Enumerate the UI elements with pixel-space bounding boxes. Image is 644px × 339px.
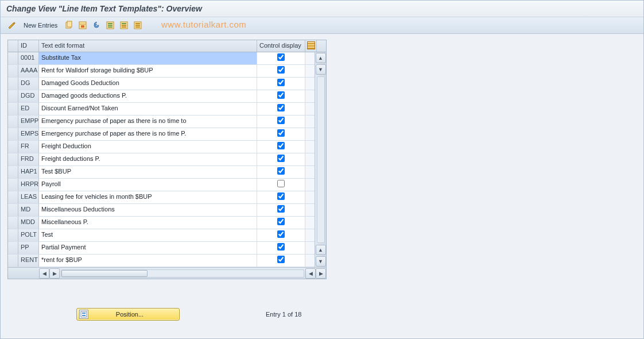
- cell-text-format[interactable]: Freight Deduction: [39, 141, 257, 153]
- cell-id[interactable]: DG: [18, 78, 39, 90]
- header-configure-icon[interactable]: [305, 40, 317, 52]
- cell-text-format[interactable]: Substitute Tax: [39, 52, 257, 64]
- row-selector[interactable]: [8, 166, 18, 178]
- cell-id[interactable]: EMPS: [18, 128, 39, 140]
- header-id[interactable]: ID: [18, 40, 39, 52]
- svg-rect-18: [82, 315, 86, 316]
- cell-text-format[interactable]: Emergency purchase of paper as there is …: [39, 128, 257, 140]
- control-display-checkbox[interactable]: [277, 79, 285, 86]
- toggle-icon[interactable]: [6, 20, 18, 31]
- vscroll-track[interactable]: [317, 76, 325, 243]
- scroll-down-icon[interactable]: ▼: [316, 256, 326, 267]
- select-all-icon[interactable]: [104, 20, 116, 31]
- cell-id[interactable]: PP: [18, 242, 39, 254]
- scroll-left-step-icon[interactable]: ◀: [305, 268, 316, 279]
- control-display-checkbox[interactable]: [277, 142, 285, 149]
- cell-text-format[interactable]: Test $BUP: [39, 166, 257, 178]
- position-button[interactable]: Position...: [76, 308, 180, 321]
- control-display-checkbox[interactable]: [277, 53, 285, 61]
- row-selector[interactable]: [8, 90, 18, 102]
- scroll-up-icon[interactable]: ▲: [316, 53, 326, 63]
- header-select-all[interactable]: [8, 40, 18, 52]
- undo-icon[interactable]: [91, 20, 102, 31]
- control-display-checkbox[interactable]: [277, 155, 285, 162]
- control-display-checkbox[interactable]: [277, 218, 285, 225]
- header-control-display[interactable]: Control display: [257, 40, 305, 52]
- control-display-checkbox[interactable]: [277, 117, 285, 124]
- row-selector[interactable]: [8, 103, 18, 115]
- row-selector[interactable]: [8, 242, 18, 254]
- cell-id[interactable]: EMPP: [18, 115, 39, 128]
- row-selector[interactable]: [8, 204, 18, 216]
- row-selector[interactable]: [8, 191, 18, 203]
- cell-id[interactable]: 0001: [18, 52, 39, 64]
- control-display-checkbox[interactable]: [277, 66, 285, 74]
- cell-id[interactable]: AAAA: [18, 65, 39, 77]
- cell-text-format[interactable]: Miscellaneous Deductions: [39, 204, 257, 216]
- cell-text-format[interactable]: Damaged goods deductions P.: [39, 90, 257, 102]
- cell-text-format[interactable]: *rent for $BUP: [39, 255, 257, 267]
- cell-id[interactable]: ED: [18, 103, 39, 115]
- delete-icon[interactable]: [77, 20, 88, 31]
- deselect-all-icon[interactable]: [132, 20, 143, 31]
- control-display-checkbox[interactable]: [277, 230, 285, 238]
- control-display-checkbox[interactable]: [277, 192, 285, 200]
- cell-id[interactable]: RENT: [18, 255, 39, 267]
- row-selector[interactable]: [8, 128, 18, 140]
- row-selector[interactable]: [8, 78, 18, 90]
- scroll-right-icon[interactable]: ▶: [316, 268, 326, 279]
- cell-id[interactable]: FR: [18, 141, 39, 153]
- row-selector[interactable]: [8, 217, 18, 229]
- cell-control-display: [257, 204, 305, 216]
- control-display-checkbox[interactable]: [277, 180, 285, 187]
- cell-text-format[interactable]: Partial Payment: [39, 242, 257, 254]
- cell-id[interactable]: DGD: [18, 90, 39, 102]
- cell-text-format[interactable]: Test: [39, 229, 257, 241]
- row-selector[interactable]: [8, 179, 18, 191]
- cell-text-format[interactable]: Rent for Walldorf storage building $BUP: [39, 65, 257, 77]
- row-selector[interactable]: [8, 52, 18, 64]
- row-selector[interactable]: [8, 65, 18, 77]
- cell-text-format[interactable]: Payroll: [39, 179, 257, 191]
- vertical-scrollbar[interactable]: ▲ ▼ ▲ ▼: [315, 52, 326, 267]
- control-display-checkbox[interactable]: [277, 205, 285, 213]
- hscroll-thumb[interactable]: [61, 270, 148, 277]
- new-entries-button[interactable]: New Entries: [20, 21, 61, 30]
- cell-id[interactable]: HRPR: [18, 179, 39, 191]
- cell-text-format[interactable]: Leasing fee for vehicles in month $BUP: [39, 191, 257, 203]
- cell-id[interactable]: LEAS: [18, 191, 39, 203]
- cell-text-format[interactable]: Emergency purchase of paper as there is …: [39, 115, 257, 128]
- scroll-down-step-icon[interactable]: ▼: [316, 64, 326, 75]
- scroll-left-icon[interactable]: ◀: [39, 268, 49, 279]
- control-display-checkbox[interactable]: [277, 243, 285, 251]
- table-row: PPPartial Payment: [8, 242, 326, 255]
- row-selector[interactable]: [8, 255, 18, 267]
- row-selector[interactable]: [8, 115, 18, 128]
- cell-id[interactable]: HAP1: [18, 166, 39, 178]
- hscroll-track[interactable]: [61, 269, 304, 278]
- cell-id[interactable]: MDD: [18, 217, 39, 229]
- table-row: MDDMiscellaneous P.: [8, 217, 326, 229]
- control-display-checkbox[interactable]: [277, 91, 285, 99]
- cell-text-format[interactable]: Damaged Goods Deduction: [39, 78, 257, 90]
- control-display-checkbox[interactable]: [277, 104, 285, 111]
- horizontal-scrollbar[interactable]: ◀ ▶ ◀ ▶: [8, 267, 326, 279]
- scroll-up-step-icon[interactable]: ▲: [316, 245, 326, 255]
- cell-text-format[interactable]: Freight deductions P.: [39, 153, 257, 165]
- header-text-format[interactable]: Text edit format: [39, 40, 257, 52]
- cell-id[interactable]: MD: [18, 204, 39, 216]
- cell-text-format[interactable]: Miscellaneous P.: [39, 217, 257, 229]
- control-display-checkbox[interactable]: [277, 256, 285, 263]
- cell-id[interactable]: POLT: [18, 229, 39, 241]
- copy-icon[interactable]: [63, 20, 75, 31]
- select-block-icon[interactable]: [118, 20, 130, 31]
- cell-text-format[interactable]: Discount Earned/Not Taken: [39, 103, 257, 115]
- row-selector[interactable]: [8, 141, 18, 153]
- scroll-right-step-icon[interactable]: ▶: [49, 268, 60, 279]
- row-selector[interactable]: [8, 153, 18, 165]
- table-row: MDMiscellaneous Deductions: [8, 204, 326, 217]
- control-display-checkbox[interactable]: [277, 129, 285, 137]
- row-selector[interactable]: [8, 229, 18, 241]
- control-display-checkbox[interactable]: [277, 167, 285, 175]
- cell-id[interactable]: FRD: [18, 153, 39, 165]
